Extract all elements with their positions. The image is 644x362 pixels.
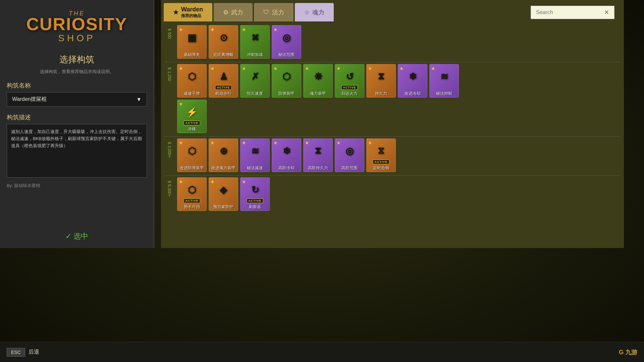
price-label-3: $6,300+ [164,177,174,197]
active-badge: ACTIVE [247,198,263,203]
item-card[interactable]: ★⚡ACTIVE冷锋 [177,100,207,133]
tab-mouli-label: 魂力 [312,8,324,16]
item-name: 近距离增幅 [213,52,233,57]
item-name: 秘法减速 [247,166,263,170]
tab-huoli-label: 活力 [272,8,284,16]
item-star-icon: ★ [210,140,215,145]
content-area: $500★▦基础弹夹★⊙近距离增幅★✖冲刺加成★◎秘法范围$1,250★⬡减速子… [161,22,624,248]
jiuyou-logo: G 九游 [619,348,637,356]
item-card[interactable]: ★⬡减速子弹 [177,64,207,98]
section-title: 选择构筑 [59,54,94,65]
item-card[interactable]: ★≋秘法减速 [240,138,270,172]
item-icon: ⊕ [220,145,227,157]
item-icon: ⚡ [186,107,198,118]
item-star-icon: ★ [305,140,309,145]
item-star-icon: ★ [242,140,246,145]
item-name: 刷新器 [249,204,261,209]
item-icon: ≋ [440,71,448,82]
item-card[interactable]: ★⬡改进防弹装甲 [177,138,207,172]
item-star-icon: ★ [210,27,215,32]
item-name: 高阶持久力 [308,166,328,170]
item-icon: ⧗ [315,145,321,157]
item-card[interactable]: ★⬡ACTIVE势不可挡 [177,177,207,211]
item-star-icon: ★ [179,179,183,184]
item-icon: ✗ [251,71,259,82]
item-card[interactable]: ★↻ACTIVE刷新器 [240,177,270,211]
item-icon: ↻ [251,184,259,195]
tab-warden[interactable]: ★ Warden 推荐的物品 [164,3,212,21]
build-name-value: Warden摆屎棍 [12,96,47,103]
item-name: 高阶冷却 [278,166,294,170]
item-card[interactable]: ★◎高阶范围 [335,138,364,172]
warden-star-icon: ★ [173,9,178,16]
item-name: 恒久速度 [247,91,263,96]
item-name: 冲刺加成 [247,52,263,57]
tab-warden-sublabel: 推荐的物品 [181,13,203,19]
items-grid-3: ★⬡ACTIVE势不可挡★◈预言家防护★↻ACTIVE刷新器 [177,177,621,211]
build-select[interactable]: Warden摆屎棍 ▼ [7,92,147,107]
items-grid-2: ★⬡改进防弹装甲★⊕改进魂力装甲★≋秘法减速★❄高阶冷却★⧗高阶持久力★◎高阶范… [177,138,621,172]
item-card[interactable]: ★⬡防弹装甲 [272,64,301,98]
build-desc-label: 构筑描述 [7,113,147,121]
tab-mouli[interactable]: ☆ 魂力 [295,3,334,21]
item-star-icon: ★ [242,179,246,184]
item-card[interactable]: ★≋秘法抑制 [429,64,459,98]
search-close-icon[interactable]: ✕ [604,9,609,16]
price-label-2: $3,000+ [164,138,174,158]
price-row-1: $1,250★⬡减速子弹★♟ACTIVE机动步行★✗恒久速度★⬡防弹装甲★❋魂力… [164,64,621,133]
price-label-1: $1,250 [164,64,174,81]
item-name: 高阶范围 [341,166,358,170]
item-card[interactable]: ★✖冲刺加成 [240,25,270,59]
item-card[interactable]: ★⊙近距离增幅 [209,25,238,59]
bottom-bar: ESC 后退 G 九游 [0,342,644,362]
select-button[interactable]: ✓ 选中 [65,231,88,241]
item-card[interactable]: ★▦基础弹夹 [177,25,207,59]
item-name: 机动步行 [215,91,231,96]
item-name: 魂力装甲 [310,91,326,96]
item-icon: ⊙ [220,32,227,43]
item-star-icon: ★ [179,140,183,145]
item-star-icon: ★ [368,66,372,71]
right-panel: ★ Warden 推荐的物品 ⚙ 武力 🛡 活力 ☆ 魂力 ✕ $500★▦基础… [161,0,624,248]
item-icon: ↺ [346,71,354,82]
item-card[interactable]: ★✗恒久速度 [240,64,270,98]
active-badge: ACTIVE [341,85,358,90]
item-name: 定时击倒 [373,166,389,170]
item-star-icon: ★ [179,101,183,107]
item-card[interactable]: ★◈预言家防护 [209,177,238,211]
build-name-label: 构筑名称 [7,81,147,89]
item-name: 改进冷却 [405,91,421,96]
item-card[interactable]: ★❋魂力装甲 [303,64,333,98]
item-star-icon: ★ [305,66,309,71]
item-star-icon: ★ [242,27,246,32]
item-star-icon: ★ [336,140,341,145]
item-name: 基础弹夹 [184,52,200,57]
item-card[interactable]: ★◎秘法范围 [272,25,301,59]
logo-shop: SHOP [10,33,144,44]
tab-wuli[interactable]: ⚙ 武力 [214,3,253,21]
tab-huoli[interactable]: 🛡 活力 [254,3,293,21]
item-card[interactable]: ★⧗高阶持久力 [303,138,333,172]
item-card[interactable]: ★♟ACTIVE机动步行 [209,64,238,98]
back-text: 后退 [29,349,39,356]
item-star-icon: ★ [431,66,435,71]
esc-key[interactable]: ESC [7,348,25,357]
item-card[interactable]: ★❄高阶冷却 [272,138,301,172]
item-card[interactable]: ★⊕改进魂力装甲 [209,138,238,172]
item-card[interactable]: ★↺ACTIVE归还火力 [335,64,364,98]
price-label-0: $500 [164,25,174,39]
item-icon: ⬡ [188,71,196,82]
item-name: 预言家防护 [213,204,233,209]
item-name: 防弹装甲 [278,91,294,96]
item-icon: ▦ [187,32,196,43]
item-icon: ⧗ [378,71,384,82]
item-icon: ❄ [283,145,290,157]
item-card[interactable]: ★⧖ACTIVE定时击倒 [366,138,396,172]
search-input[interactable] [536,9,603,15]
item-card[interactable]: ★⧗持久力 [366,64,396,98]
item-card[interactable]: ★❄改进冷却 [398,64,427,98]
item-icon: ⬡ [188,184,196,195]
logo-curiosity: CURIOSITY [10,15,144,33]
item-star-icon: ★ [179,27,183,32]
active-badge: ACTIVE [215,85,231,90]
